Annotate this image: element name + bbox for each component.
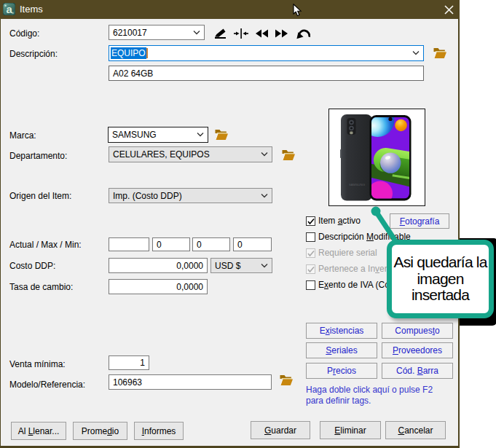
svg-text:SAMSUNG: SAMSUNG [349, 183, 366, 186]
svg-text:a: a [7, 3, 13, 15]
